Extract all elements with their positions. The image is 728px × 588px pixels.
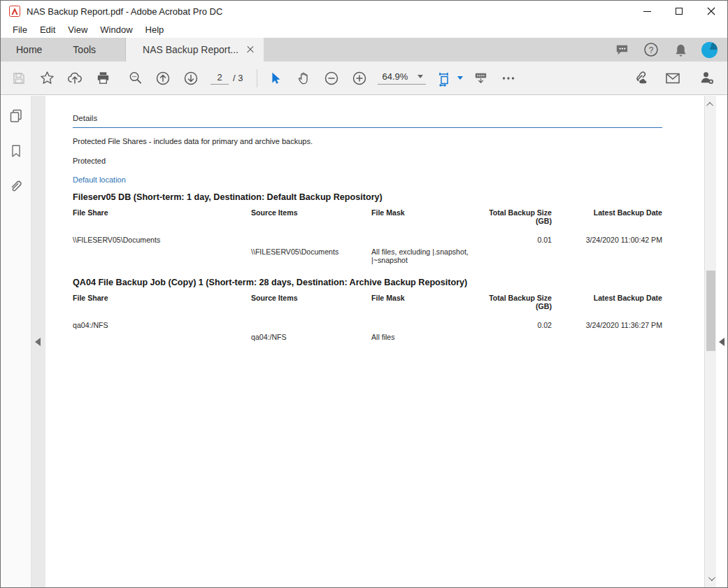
table-cell: \\FILESERV05\Documents (251, 248, 371, 268)
col-file-mask: File Mask (371, 294, 481, 321)
hand-tool-button[interactable] (290, 64, 317, 92)
job-table: File Share Source Items File Mask Total … (73, 208, 662, 268)
col-source-items: Source Items (251, 294, 371, 321)
print-button[interactable] (89, 64, 117, 92)
tab-document[interactable]: NAS Backup Report... (125, 38, 264, 62)
maximize-icon (676, 8, 683, 15)
page-up-icon (155, 70, 171, 87)
table-cell (481, 248, 552, 268)
col-file-share: File Share (73, 208, 251, 236)
pdf-page: Details Protected File Shares - includes… (73, 114, 662, 354)
menu-window[interactable]: Window (94, 22, 138, 37)
more-tools-button[interactable] (494, 64, 522, 92)
backup-job-section: QA04 File Backup Job (Copy) 1 (Short-ter… (73, 278, 662, 345)
backup-job-section: Fileserv05 DB (Short-term: 1 day, Destin… (73, 192, 662, 268)
fit-width-icon (436, 69, 455, 87)
zoom-in-button[interactable] (345, 64, 373, 92)
scrollbar-thumb[interactable] (706, 271, 715, 351)
table-cell: qa04:/NFS (251, 333, 371, 345)
close-button[interactable] (695, 1, 727, 22)
table-cell: qa04:/NFS (73, 321, 251, 333)
hide-toolbar-icon (472, 69, 490, 87)
scroll-up-button[interactable] (705, 99, 717, 110)
table-cell (73, 333, 251, 345)
protected-label: Protected (73, 157, 662, 165)
help-icon[interactable]: ? (643, 41, 659, 58)
details-divider (73, 127, 662, 128)
table-cell (552, 333, 662, 345)
pointer-icon (268, 71, 283, 86)
hide-toolbar-button[interactable] (466, 64, 494, 92)
window-title: NAS Backup Report.pdf - Adobe Acrobat Pr… (27, 6, 222, 17)
col-file-share: File Share (73, 294, 251, 321)
menu-help[interactable]: Help (139, 22, 171, 37)
star-icon (39, 70, 55, 86)
menu-view[interactable]: View (62, 22, 94, 37)
account-avatar[interactable] (701, 42, 718, 58)
star-button[interactable] (33, 64, 61, 92)
tab-close-icon[interactable] (247, 46, 254, 53)
zoom-in-icon (351, 70, 368, 87)
zoom-out-icon (323, 70, 340, 87)
envelope-icon (664, 70, 681, 87)
add-person-button[interactable] (692, 64, 720, 92)
zoom-out-button[interactable] (317, 64, 345, 92)
menu-edit[interactable]: Edit (34, 22, 62, 37)
next-page-button[interactable] (177, 64, 205, 92)
bookmarks-icon[interactable] (7, 142, 25, 160)
table-cell: 0.01 (481, 236, 552, 248)
toolbar-separator (257, 69, 257, 87)
col-total-size: Total Backup Size (GB) (481, 208, 552, 236)
fit-width-button[interactable] (433, 64, 466, 92)
page-down-icon (183, 70, 199, 87)
zoom-level-select[interactable]: 64.9% (378, 71, 426, 85)
save-button[interactable] (5, 64, 33, 92)
document-area: Details Protected File Shares - includes… (1, 96, 727, 587)
comment-bubble-icon[interactable] (613, 41, 630, 58)
vertical-scrollbar[interactable] (704, 96, 716, 587)
minimize-button[interactable] (631, 1, 663, 22)
tab-home[interactable]: Home (1, 38, 57, 62)
select-tool-button[interactable] (262, 64, 290, 92)
table-cell (371, 321, 481, 333)
printer-icon (95, 70, 111, 86)
job-table: File Share Source Items File Mask Total … (73, 294, 662, 345)
table-cell: \\FILESERV05\Documents (73, 236, 251, 248)
notification-bell-icon[interactable] (672, 41, 689, 58)
fit-width-caret-icon (457, 76, 463, 80)
col-file-mask: File Mask (371, 208, 481, 236)
open-right-panel-arrow[interactable] (719, 338, 725, 346)
email-button[interactable] (659, 64, 687, 92)
table-cell: 0.02 (481, 321, 552, 333)
intro-text: Protected File Shares - includes data fo… (73, 137, 662, 145)
attachments-paperclip-icon[interactable] (7, 177, 25, 195)
table-cell: All files (371, 333, 481, 345)
default-location-link[interactable]: Default location (73, 175, 662, 184)
maximize-button[interactable] (663, 1, 695, 22)
table-cell (552, 248, 662, 268)
tab-tools[interactable]: Tools (57, 38, 111, 62)
menu-bar: File Edit View Window Help (1, 22, 727, 38)
tab-bar: Home Tools NAS Backup Report... ? (1, 38, 727, 62)
table-cell: 3/24/2020 11:36:27 PM (552, 321, 662, 333)
share-cloud-button[interactable] (61, 64, 89, 92)
share-link-button[interactable] (625, 64, 653, 92)
table-cell (481, 333, 552, 345)
ellipsis-icon (501, 71, 516, 86)
col-latest-date: Latest Backup Date (552, 208, 662, 236)
menu-file[interactable]: File (6, 22, 34, 37)
acrobat-window: NAS Backup Report.pdf - Adobe Acrobat Pr… (0, 0, 728, 588)
scroll-down-button[interactable] (705, 573, 717, 585)
previous-page-button[interactable] (149, 64, 177, 92)
job-heading: Fileserv05 DB (Short-term: 1 day, Destin… (73, 192, 662, 202)
page-number-input[interactable]: 2 (210, 72, 229, 85)
chevron-up-icon (706, 102, 713, 109)
page-thumbnails-icon[interactable] (7, 107, 25, 125)
document-tab-label: NAS Backup Report... (143, 44, 238, 55)
table-cell (251, 321, 371, 333)
col-total-size: Total Backup Size (GB) (481, 294, 552, 321)
collapse-left-panel-arrow[interactable] (35, 338, 41, 346)
save-floppy-icon (11, 71, 27, 86)
acrobat-pdf-logo-icon (9, 6, 20, 17)
search-button[interactable] (121, 64, 149, 92)
